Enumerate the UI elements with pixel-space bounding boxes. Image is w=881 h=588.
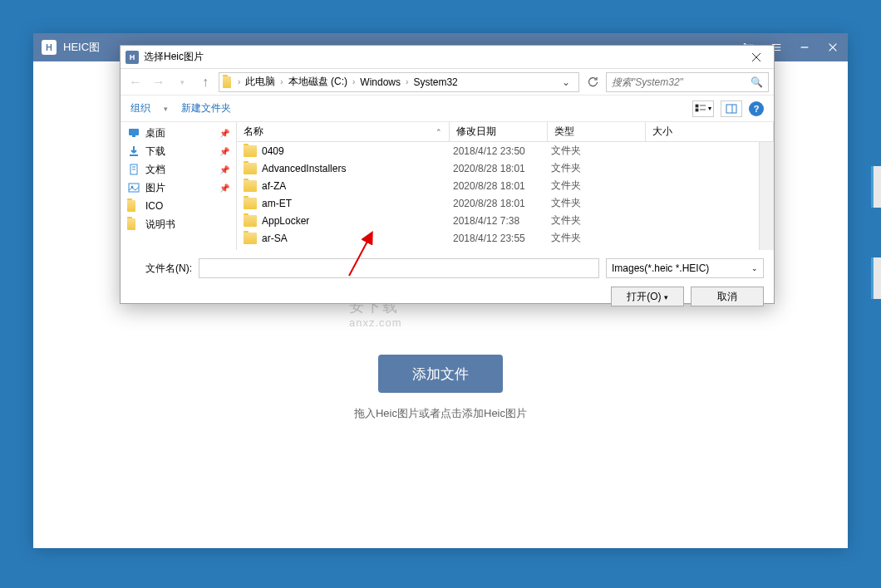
nav-recent-icon[interactable]: ▾ [172, 72, 192, 92]
filter-text: Images(*.heic *.HEIC) [612, 262, 709, 274]
nav-back-icon[interactable]: ← [126, 72, 145, 92]
preview-pane-button[interactable] [721, 100, 742, 117]
scrollbar-vertical[interactable] [759, 142, 774, 250]
nav-forward-icon[interactable]: → [149, 72, 169, 92]
pin-icon: 📌 [219, 165, 229, 174]
sort-arrow-icon: ⌃ [436, 128, 442, 136]
file-row[interactable]: AdvancedInstallers2020/8/28 18:01文件夹 [237, 159, 759, 177]
sidebar-item-label: 下载 [145, 145, 165, 159]
dialog-toolbar: 组织 ▾ 新建文件夹 ▾ ? [121, 96, 774, 122]
file-type: 文件夹 [551, 144, 649, 158]
sidebar-item-说明书[interactable]: 说明书 [124, 215, 233, 233]
dialog-navbar: ← → ▾ ↑ › 此电脑› 本地磁盘 (C:)› Windows› Syste… [121, 69, 774, 96]
file-row[interactable]: 04092018/4/12 23:50文件夹 [237, 142, 759, 159]
file-date: 2020/8/28 18:01 [453, 163, 551, 174]
sidebar: 桌面📌下载📌文档📌图片📌ICO说明书 [121, 122, 237, 250]
breadcrumb-item[interactable]: 本地磁盘 (C:) [285, 75, 351, 89]
taskbar-button-1[interactable] [871, 166, 881, 208]
minimize-icon[interactable] [798, 41, 811, 54]
file-date: 2018/4/12 23:55 [453, 233, 551, 244]
folder-icon [244, 145, 257, 157]
search-box[interactable]: 🔍 [606, 72, 769, 92]
file-name: AppLocker [262, 215, 453, 227]
folder-icon [244, 215, 257, 227]
breadcrumb-item[interactable]: 此电脑 [242, 75, 278, 89]
file-name: AdvancedInstallers [262, 163, 453, 174]
new-folder-button[interactable]: 新建文件夹 [181, 101, 231, 115]
chevron-down-icon: ⌄ [751, 264, 758, 272]
sidebar-item-下载[interactable]: 下载📌 [124, 142, 233, 160]
breadcrumb-item[interactable]: Windows [357, 76, 404, 88]
dialog-icon: H [126, 51, 139, 64]
taskbar-button-2[interactable] [871, 257, 881, 299]
cancel-button[interactable]: 取消 [691, 287, 764, 306]
document-icon [127, 163, 140, 176]
svg-rect-18 [130, 154, 138, 156]
file-type: 文件夹 [551, 179, 649, 193]
sidebar-item-label: 桌面 [145, 126, 165, 140]
folder-icon [223, 76, 236, 89]
nav-up-icon[interactable]: ↑ [195, 72, 215, 92]
refresh-icon[interactable] [583, 72, 603, 92]
close-icon[interactable] [826, 41, 839, 54]
file-list[interactable]: 04092018/4/12 23:50文件夹AdvancedInstallers… [237, 142, 759, 250]
folder-icon [244, 180, 257, 192]
chevron-down-icon[interactable]: ⌄ [562, 76, 575, 88]
file-type-filter[interactable]: Images(*.heic *.HEIC) ⌄ [606, 258, 764, 278]
view-mode-button[interactable]: ▾ [692, 100, 714, 117]
sidebar-item-label: 文档 [145, 163, 165, 177]
file-type: 文件夹 [551, 161, 649, 175]
file-date: 2018/4/12 23:50 [453, 145, 551, 157]
desktop-icon [127, 126, 140, 140]
svg-rect-11 [696, 109, 698, 111]
file-row[interactable]: ar-SA2018/4/12 23:55文件夹 [237, 229, 759, 247]
filename-label: 文件名(N): [130, 262, 192, 276]
folder-icon [127, 218, 140, 231]
file-type: 文件夹 [551, 196, 649, 210]
sidebar-item-桌面[interactable]: 桌面📌 [124, 124, 233, 142]
file-type: 文件夹 [551, 231, 649, 245]
view-controls: ▾ ? [692, 100, 764, 117]
sidebar-item-文档[interactable]: 文档📌 [124, 160, 233, 179]
column-header-date[interactable]: 修改日期 [450, 122, 548, 141]
dialog-titlebar: H 选择Heic图片 [121, 46, 774, 69]
open-button[interactable]: 打开(O) ▾ [611, 287, 684, 306]
taskbar-app-buttons [871, 166, 881, 299]
file-row[interactable]: am-ET2020/8/28 18:01文件夹 [237, 194, 759, 212]
file-name: af-ZA [262, 180, 453, 192]
file-name: 0409 [262, 145, 453, 157]
organize-menu[interactable]: 组织 [130, 101, 150, 115]
breadcrumb-item[interactable]: System32 [410, 76, 460, 88]
file-name: am-ET [262, 198, 453, 209]
file-name: ar-SA [262, 233, 453, 244]
picture-icon [127, 181, 140, 194]
sidebar-item-label: 图片 [145, 181, 165, 195]
sidebar-item-ICO[interactable]: ICO [124, 197, 233, 215]
pin-icon: 📌 [219, 129, 229, 138]
file-row[interactable]: af-ZA2020/8/28 18:01文件夹 [237, 177, 759, 194]
help-icon[interactable]: ? [749, 101, 764, 116]
svg-rect-10 [696, 105, 698, 107]
file-row[interactable]: AppLocker2018/4/12 7:38文件夹 [237, 212, 759, 229]
svg-rect-17 [132, 135, 135, 137]
breadcrumb[interactable]: › 此电脑› 本地磁盘 (C:)› Windows› System32 ⌄ [219, 72, 579, 92]
sidebar-item-label: ICO [145, 200, 163, 212]
dialog-close-button[interactable] [744, 47, 769, 67]
column-header-size[interactable]: 大小 [646, 122, 774, 141]
hint-text: 拖入Heic图片或者点击添加Heic图片 [354, 406, 527, 421]
svg-rect-16 [129, 129, 139, 135]
column-header-type[interactable]: 类型 [548, 122, 646, 141]
column-header-name[interactable]: 名称⌃ [237, 122, 450, 141]
sidebar-item-label: 说明书 [145, 218, 175, 232]
file-type: 文件夹 [551, 213, 649, 228]
file-list-header: 名称⌃ 修改日期 类型 大小 [237, 122, 774, 142]
pin-icon: 📌 [219, 184, 229, 193]
dialog-footer: 文件名(N): Images(*.heic *.HEIC) ⌄ 打开(O) ▾ … [121, 250, 774, 315]
search-input[interactable] [612, 76, 751, 88]
sidebar-item-图片[interactable]: 图片📌 [124, 179, 233, 197]
search-icon[interactable]: 🔍 [751, 76, 763, 88]
filename-input[interactable] [199, 258, 599, 278]
add-file-button[interactable]: 添加文件 [378, 355, 503, 393]
folder-icon [127, 199, 140, 213]
folder-icon [244, 233, 257, 244]
